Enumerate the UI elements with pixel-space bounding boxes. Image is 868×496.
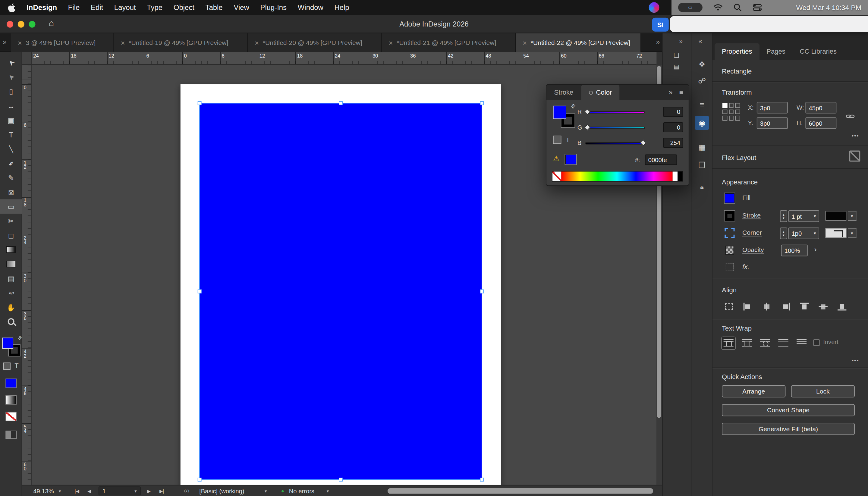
blue-slider[interactable] bbox=[585, 142, 645, 144]
h-field[interactable] bbox=[805, 117, 836, 129]
align-left-button[interactable] bbox=[741, 300, 754, 313]
share-badge[interactable]: SI bbox=[652, 18, 669, 32]
red-slider-handle[interactable] bbox=[584, 109, 591, 115]
menu-edit[interactable]: Edit bbox=[91, 3, 103, 12]
selection-handle[interactable] bbox=[198, 289, 202, 293]
collapse-panel-icon[interactable]: » bbox=[669, 89, 672, 96]
red-slider[interactable] bbox=[585, 111, 645, 113]
gap-tool[interactable]: ↔ bbox=[0, 98, 22, 113]
no-text-wrap-button[interactable] bbox=[721, 337, 736, 350]
content-collector-tool[interactable]: ▣ bbox=[0, 113, 22, 127]
stroke-weight-field[interactable]: 1 pt bbox=[788, 210, 812, 222]
black-swatch[interactable] bbox=[678, 171, 683, 181]
stroke-weight-chevron-icon[interactable]: ▾ bbox=[811, 210, 820, 222]
comments-panel-icon[interactable]: ❝ bbox=[695, 182, 709, 197]
pages-panel-icon[interactable]: ❐ bbox=[695, 158, 709, 172]
scissors-tool[interactable]: ✂ bbox=[0, 214, 22, 228]
x-field[interactable] bbox=[757, 102, 788, 113]
w-field[interactable] bbox=[805, 102, 836, 113]
jump-object-button[interactable] bbox=[776, 337, 791, 350]
reference-point[interactable] bbox=[723, 109, 727, 114]
corner-radius-chevron-icon[interactable]: ▾ bbox=[811, 228, 820, 239]
close-icon[interactable]: × bbox=[18, 38, 22, 47]
page-number-field[interactable]: 1 ▾ bbox=[98, 486, 141, 495]
control-center-icon[interactable] bbox=[753, 4, 762, 11]
color-panel-icon[interactable]: ◉ bbox=[695, 116, 709, 130]
jump-to-next-column-button[interactable] bbox=[794, 337, 809, 350]
swap-fill-stroke-icon[interactable]: ⇄ bbox=[569, 102, 577, 110]
formatting-text-button[interactable]: T bbox=[566, 136, 570, 144]
document-tab[interactable]: ×*Untitled-21 @ 49% [GPU Preview] bbox=[382, 33, 516, 52]
gamut-color-swatch[interactable] bbox=[565, 154, 576, 164]
selection-handle[interactable] bbox=[480, 478, 484, 482]
layers-panel-icon[interactable]: ❖ bbox=[695, 57, 709, 72]
horizontal-scrollbar-thumb[interactable] bbox=[388, 488, 653, 494]
line-tool[interactable]: ╲ bbox=[0, 142, 22, 156]
out-of-gamut-warning-icon[interactable]: ⚠ bbox=[553, 154, 559, 163]
text-wrap-more-options-icon[interactable]: ••• bbox=[852, 358, 859, 364]
screen-mode-button[interactable] bbox=[5, 431, 17, 439]
effects-label[interactable]: fx. bbox=[742, 263, 749, 270]
reference-point[interactable] bbox=[729, 116, 733, 121]
green-value-field[interactable]: 0 bbox=[663, 122, 683, 132]
pen-tool[interactable]: ✒ bbox=[0, 156, 22, 171]
horizontal-ruler[interactable]: 2418126061218243036424854606672 bbox=[32, 52, 657, 65]
apply-color-button[interactable] bbox=[5, 378, 17, 388]
preflight-profile[interactable]: [Basic] (working) bbox=[199, 485, 244, 496]
zoom-button[interactable] bbox=[29, 21, 35, 28]
menu-bar-clock[interactable]: Wed Mar 4 10:34 PM bbox=[796, 4, 862, 12]
stroke-style-chevron-icon[interactable]: ▾ bbox=[848, 211, 856, 221]
opacity-expand-icon[interactable]: › bbox=[815, 245, 817, 254]
corner-style-chevron-icon[interactable]: ▾ bbox=[848, 228, 856, 238]
reference-point[interactable] bbox=[735, 103, 740, 108]
apply-gradient-button[interactable] bbox=[5, 395, 17, 404]
stroke-label[interactable]: Stroke bbox=[742, 212, 761, 218]
red-value-field[interactable]: 0 bbox=[663, 107, 683, 117]
document-tab[interactable]: ×*Untitled-19 @ 49% [GPU Preview] bbox=[114, 33, 248, 52]
constrain-proportions-icon[interactable] bbox=[846, 108, 855, 124]
ruler-origin-box[interactable] bbox=[22, 52, 31, 65]
direct-selection-tool[interactable]: ➤ bbox=[0, 69, 22, 84]
formatting-container-button[interactable] bbox=[4, 362, 11, 369]
apple-icon[interactable] bbox=[8, 3, 16, 12]
selection-handle[interactable] bbox=[198, 101, 202, 105]
stroke-weight-stepper[interactable]: ▴▾ bbox=[780, 210, 787, 222]
close-icon[interactable]: × bbox=[388, 38, 393, 47]
fill-proxy-swatch[interactable] bbox=[553, 106, 566, 119]
apply-none-button[interactable] bbox=[5, 412, 17, 421]
previous-page-button[interactable]: ◀ bbox=[88, 485, 90, 496]
menu-object[interactable]: Object bbox=[174, 3, 195, 12]
corner-style-preview[interactable] bbox=[825, 228, 847, 238]
align-right-button[interactable] bbox=[779, 300, 792, 313]
fill-swatch[interactable] bbox=[725, 193, 734, 203]
menu-type[interactable]: Type bbox=[147, 3, 162, 12]
menu-layout[interactable]: Layout bbox=[114, 3, 136, 12]
links-panel-icon[interactable]: ☍ bbox=[695, 74, 709, 88]
stroke-style-preview[interactable] bbox=[825, 211, 847, 221]
minimize-button[interactable] bbox=[18, 21, 25, 28]
green-slider[interactable] bbox=[585, 127, 645, 129]
corner-radius-field[interactable]: 1p0 bbox=[788, 228, 812, 239]
last-page-button[interactable]: ▶∣ bbox=[159, 485, 164, 496]
menu-file[interactable]: File bbox=[68, 3, 80, 12]
tab-overflow-right-icon[interactable]: » bbox=[656, 38, 660, 46]
invert-checkbox[interactable] bbox=[813, 339, 820, 346]
selection-handle[interactable] bbox=[198, 478, 202, 482]
opacity-label[interactable]: Opacity bbox=[742, 246, 764, 253]
preflight-chevron-icon[interactable]: ▾ bbox=[265, 485, 267, 496]
zoom-tool[interactable] bbox=[0, 314, 22, 329]
reference-point[interactable] bbox=[723, 103, 727, 108]
pencil-tool[interactable]: ✎ bbox=[0, 171, 22, 185]
hand-tool[interactable]: ✋ bbox=[0, 300, 22, 314]
zoom-level[interactable]: 49.13% bbox=[33, 485, 54, 496]
align-center-horizontal-button[interactable] bbox=[760, 300, 773, 313]
menu-view[interactable]: View bbox=[234, 3, 249, 12]
zoom-chevron-icon[interactable]: ▾ bbox=[59, 485, 61, 496]
close-icon[interactable]: × bbox=[255, 38, 259, 47]
search-icon[interactable] bbox=[733, 3, 742, 12]
document-tab[interactable]: ×*Untitled-22 @ 49% [GPU Preview] bbox=[516, 33, 641, 52]
corner-label[interactable]: Corner bbox=[742, 229, 762, 236]
collapse-dock-icon[interactable]: « bbox=[699, 38, 702, 44]
tab-pages[interactable]: Pages bbox=[759, 43, 792, 60]
preflight-status-text[interactable]: No errors bbox=[289, 485, 314, 496]
